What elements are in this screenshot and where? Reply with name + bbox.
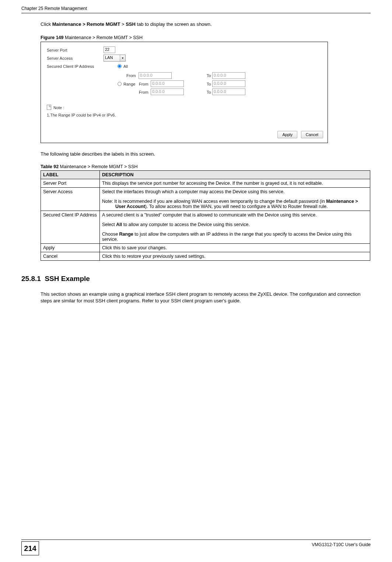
cell-desc: Click this to save your changes. bbox=[100, 244, 370, 252]
ss-label-from-2: From bbox=[139, 82, 148, 86]
chevron-down-icon: ▾ bbox=[120, 55, 125, 61]
intro-bold-tab: SSH bbox=[126, 21, 136, 27]
intro-bold-path: Maintenance > Remote MGMT bbox=[52, 21, 120, 27]
ss-label-server-port: Server Port bbox=[47, 48, 67, 52]
table-row: Server Port This displays the service po… bbox=[41, 179, 370, 188]
footer-divider bbox=[21, 540, 371, 540]
p3-pre: Choose bbox=[102, 232, 119, 237]
p2-post: to allow any computer to access the Devi… bbox=[122, 222, 250, 227]
section-title: SSH Example bbox=[45, 275, 90, 282]
section-paragraph: This section shows an example using a gr… bbox=[41, 291, 371, 304]
intro-mid: > bbox=[120, 21, 126, 27]
table-header-row: LABEL DESCRIPTION bbox=[41, 171, 370, 179]
cell-label: Apply bbox=[41, 244, 100, 252]
radio-range[interactable] bbox=[118, 82, 122, 86]
table-title: Maintenance > Remote MGMT > SSH bbox=[59, 164, 137, 169]
note-prefix: Note: It is recommended if you are allow… bbox=[102, 199, 326, 204]
chapter-header: Chapter 25 Remote Management bbox=[21, 6, 87, 11]
figure-number: Figure 149 bbox=[41, 35, 64, 40]
table-intro: The following table describes the labels… bbox=[41, 151, 371, 157]
secured-p1: A secured client is a "trusted" computer… bbox=[102, 212, 368, 218]
table-row: Server Access Select the interfaces thro… bbox=[41, 188, 370, 211]
th-label: LABEL bbox=[41, 171, 100, 179]
from-input-3[interactable]: 0.0.0.0 bbox=[151, 89, 184, 95]
intro-pre: Click bbox=[41, 21, 52, 27]
cancel-button[interactable]: Cancel bbox=[301, 131, 323, 138]
ss-label-to-2: To bbox=[207, 82, 211, 86]
p2-bold: All bbox=[116, 222, 122, 227]
server-access-desc-main: Select the interfaces through which a co… bbox=[102, 189, 368, 194]
cell-label: Server Port bbox=[41, 179, 100, 188]
intro-paragraph: Click Maintenance > Remote MGMT > SSH ta… bbox=[41, 21, 371, 27]
secured-p3: Choose Range to just allow the computers… bbox=[102, 232, 368, 242]
table-number: Table 92 bbox=[41, 164, 59, 169]
table-row: Apply Click this to save your changes. bbox=[41, 244, 370, 252]
to-input-3[interactable]: 0.0.0.0 bbox=[212, 89, 245, 95]
section-heading: 25.8.1 SSH Example bbox=[21, 275, 371, 283]
note-suffix: ). To allow access from the WAN, you wil… bbox=[145, 204, 328, 209]
cell-label: Cancel bbox=[41, 252, 100, 261]
ss-label-from-3: From bbox=[139, 90, 148, 94]
ss-label-server-access: Server Access bbox=[47, 56, 73, 60]
description-table: LABEL DESCRIPTION Server Port This displ… bbox=[41, 170, 370, 261]
apply-button[interactable]: Apply bbox=[277, 131, 297, 138]
server-port-input[interactable]: 22 bbox=[104, 46, 115, 53]
figure-caption: Figure 149 Maintenance > Remote MGMT > S… bbox=[41, 35, 371, 40]
radio-all[interactable] bbox=[118, 64, 122, 68]
ss-label-secured-client: Secured Client IP Address bbox=[47, 64, 94, 69]
server-access-value: LAN bbox=[105, 55, 113, 60]
to-input-2[interactable]: 0.0.0.0 bbox=[212, 80, 245, 87]
header-divider bbox=[21, 13, 371, 13]
cell-desc: A secured client is a "trusted" computer… bbox=[100, 211, 370, 244]
section-number: 25.8.1 bbox=[21, 275, 41, 282]
to-input-1[interactable]: 0.0.0.0 bbox=[212, 72, 245, 79]
table-caption: Table 92 Maintenance > Remote MGMT > SSH bbox=[41, 164, 371, 169]
figure-title: Maintenance > Remote MGMT > SSH bbox=[64, 35, 143, 40]
th-description: DESCRIPTION bbox=[100, 171, 370, 179]
ss-label-from-1: From bbox=[126, 73, 136, 78]
table-row: Secured Client IP Address A secured clie… bbox=[41, 211, 370, 244]
ss-label-note: Note : bbox=[53, 105, 64, 110]
cell-desc: Click this to restore your previously sa… bbox=[100, 252, 370, 261]
cell-desc: Select the interfaces through which a co… bbox=[100, 188, 370, 211]
ss-note-line-1: 1.The Range IP could be IPv4 or IPv6. bbox=[47, 113, 116, 117]
footer-guide-title: VMG1312-T10C User's Guide bbox=[312, 542, 371, 547]
table-row: Cancel Click this to restore your previo… bbox=[41, 252, 370, 261]
page-number: 214 bbox=[21, 541, 39, 555]
cell-label: Server Access bbox=[41, 188, 100, 211]
ss-label-all: All bbox=[123, 64, 128, 69]
server-access-select[interactable]: LAN ▾ bbox=[104, 55, 126, 62]
ss-label-to-3: To bbox=[207, 90, 211, 94]
p2-pre: Select bbox=[102, 222, 116, 227]
ss-label-range: Range bbox=[123, 82, 135, 86]
ss-label-to-1: To bbox=[207, 73, 211, 78]
from-input-2[interactable]: 0.0.0.0 bbox=[151, 80, 184, 87]
server-access-note: Note: It is recommended if you are allow… bbox=[102, 199, 368, 209]
cell-desc: This displays the service port number fo… bbox=[100, 179, 370, 188]
intro-post: tab to display the screen as shown. bbox=[136, 21, 212, 27]
from-input-1[interactable]: 0.0.0.0 bbox=[139, 72, 172, 79]
note-icon bbox=[47, 105, 51, 110]
p3-post: to just allow the computers with an IP a… bbox=[102, 232, 351, 242]
screenshot: Server Port 22 Server Access LAN ▾ Secur… bbox=[41, 42, 328, 143]
p3-bold: Range bbox=[119, 232, 133, 237]
cell-label: Secured Client IP Address bbox=[41, 211, 100, 244]
secured-p2: Select All to allow any computer to acce… bbox=[102, 222, 368, 227]
